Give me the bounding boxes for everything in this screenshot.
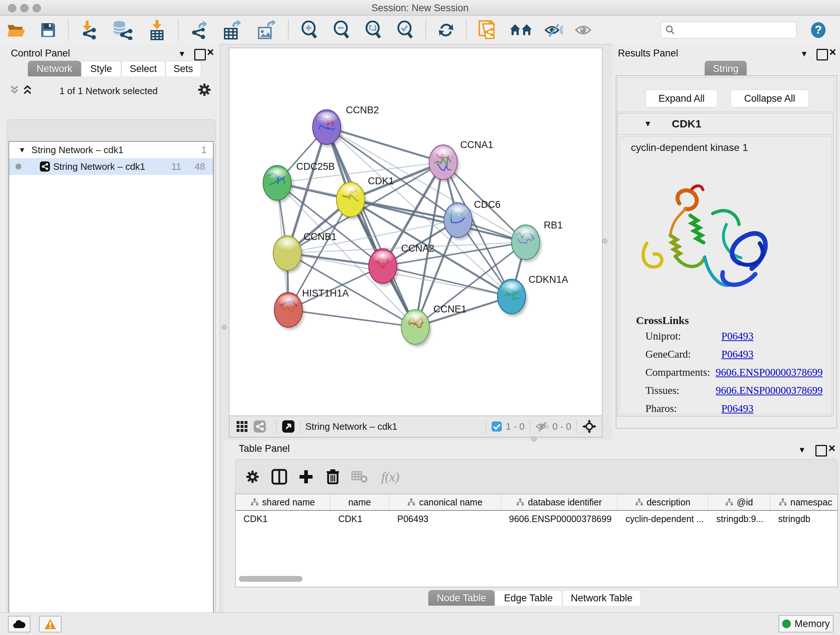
zoom-selected-button[interactable]: [389, 19, 421, 41]
tab-sets[interactable]: Sets: [165, 61, 201, 76]
network-node-RB1[interactable]: RB1: [512, 220, 563, 262]
collapse-all-networks-icon[interactable]: [10, 85, 22, 95]
collection-name: String Network – cdk1: [32, 144, 123, 156]
control-panel-close-icon[interactable]: ×: [207, 47, 214, 57]
zoom-out-button[interactable]: [325, 19, 357, 41]
cdk1-result-card: ▼ CDK1 cyclin-dependent kinase 1 CrossL: [617, 113, 834, 416]
open-session-button[interactable]: [0, 19, 33, 41]
tab-node-table[interactable]: Node Table: [428, 590, 494, 606]
import-table-file-button[interactable]: [141, 19, 174, 41]
results-panel-float-icon[interactable]: [816, 49, 828, 60]
table-row[interactable]: CDK1CDK1P064939606.ENSP00000378699cyclin…: [235, 511, 837, 524]
network-node-CDKN1A[interactable]: CDKN1A: [497, 274, 568, 317]
hide-unselected-button[interactable]: [538, 19, 569, 41]
zoom-in-button[interactable]: [293, 19, 325, 41]
expand-all-networks-icon[interactable]: [23, 85, 35, 95]
network-row-selected[interactable]: String Network – cdk1 11 48: [9, 158, 213, 175]
crosslink-value-link[interactable]: 9606.ENSP00000378699: [715, 366, 823, 378]
houses-icon: [509, 22, 532, 38]
warning-status-button[interactable]: [39, 616, 62, 632]
create-column-button[interactable]: [293, 465, 319, 488]
network-svg[interactable]: CCNB2CCNA1CDC25BCDK1CDC6RB1CCNB1CCNA2CDK…: [229, 48, 601, 415]
left-splitter-handle[interactable]: [222, 325, 227, 330]
table-panel-collapse-icon[interactable]: ▼: [798, 446, 806, 454]
tab-network-table[interactable]: Network Table: [562, 590, 641, 606]
column-header-database-identifier[interactable]: database identifier: [501, 494, 617, 510]
network-node-HIST1H1A[interactable]: HIST1H1A: [274, 288, 349, 330]
tab-select[interactable]: Select: [121, 61, 165, 76]
memory-button[interactable]: Memory: [778, 615, 834, 632]
tab-edge-table[interactable]: Edge Table: [494, 590, 562, 606]
save-session-button[interactable]: [33, 19, 64, 41]
result-card-header[interactable]: ▼ CDK1: [617, 113, 833, 135]
result-card-expander-icon[interactable]: ▼: [644, 120, 652, 128]
crosslink-value-link[interactable]: 9606.ENSP00000378699: [715, 385, 823, 396]
cloud-status-button[interactable]: [8, 616, 30, 632]
hidden-eye-slash-icon[interactable]: [535, 421, 549, 432]
detach-view-icon[interactable]: [282, 420, 295, 433]
show-all-button[interactable]: [569, 19, 599, 41]
network-options-gear-icon[interactable]: [197, 82, 212, 97]
right-splitter-handle[interactable]: [602, 239, 607, 244]
string-import-button[interactable]: [471, 19, 504, 41]
crosslink-value-link[interactable]: P06493: [722, 330, 753, 342]
control-panel-float-icon[interactable]: [194, 49, 206, 60]
export-image-button[interactable]: [249, 19, 284, 41]
grid-view-icon[interactable]: [236, 420, 248, 432]
birds-eye-pan-icon[interactable]: [582, 419, 597, 434]
export-table-button[interactable]: [215, 19, 249, 41]
column-header-description[interactable]: description: [617, 494, 708, 510]
network-view-icon[interactable]: [253, 420, 266, 433]
import-network-database-button[interactable]: [104, 19, 141, 41]
tab-style[interactable]: Style: [81, 61, 121, 76]
table-cell[interactable]: stringdb:9...: [708, 511, 770, 524]
tree-expander-icon[interactable]: ▼: [19, 146, 26, 154]
table-cell[interactable]: CDK1: [330, 511, 389, 524]
table-panel-close-icon[interactable]: ×: [829, 443, 835, 453]
network-node-CCNA1[interactable]: CCNA1: [429, 139, 493, 182]
tab-network[interactable]: Network: [28, 61, 81, 76]
shared-column-icon: [635, 498, 643, 506]
plus-icon: [299, 470, 313, 484]
import-network-file-button[interactable]: [73, 19, 104, 41]
control-panel-collapse-icon[interactable]: ▼: [178, 50, 186, 58]
refresh-view-button[interactable]: [431, 19, 462, 41]
search-input[interactable]: [677, 23, 830, 36]
network-collection-row[interactable]: ▼ String Network – cdk1 1: [9, 141, 213, 158]
collapse-all-button[interactable]: Collapse All: [730, 89, 809, 108]
table-panel-float-icon[interactable]: [815, 445, 827, 456]
network-node-CCNE1[interactable]: CCNE1: [401, 304, 467, 347]
column-header--id[interactable]: @id: [708, 494, 770, 510]
table-cell[interactable]: cyclin-dependent ...: [617, 511, 708, 524]
table-cell[interactable]: CDK1: [235, 511, 330, 524]
control-panel: Control Panel ▼ × NetworkStyleSelectSets…: [0, 44, 220, 613]
tab-string[interactable]: String: [705, 61, 747, 76]
table-cell[interactable]: P06493: [389, 511, 501, 524]
export-network-icon: [190, 20, 208, 40]
column-header-shared-name[interactable]: shared name: [235, 494, 330, 510]
bottom-splitter-handle[interactable]: [531, 437, 537, 442]
results-panel-close-icon[interactable]: ×: [829, 47, 836, 57]
refresh-icon: [437, 21, 455, 39]
zoom-fit-button[interactable]: [357, 19, 389, 41]
table-cell[interactable]: 9606.ENSP00000378699: [501, 511, 617, 524]
column-header-name[interactable]: name: [330, 494, 389, 510]
crosslink-value-link[interactable]: P06493: [722, 402, 753, 415]
delete-column-button[interactable]: [319, 465, 346, 488]
selected-checkbox-icon[interactable]: [491, 421, 502, 432]
eye-icon: [575, 22, 593, 38]
expand-all-button[interactable]: Expand All: [645, 89, 718, 108]
crosslink-value-link[interactable]: P06493: [722, 348, 753, 360]
network-canvas[interactable]: CCNB2CCNA1CDC25BCDK1CDC6RB1CCNB1CCNA2CDK…: [229, 48, 602, 416]
column-header-canonical-name[interactable]: canonical name: [389, 494, 501, 510]
column-header-namespac[interactable]: namespac: [770, 494, 838, 510]
scrollbar-thumb[interactable]: [239, 576, 302, 582]
show-columns-button[interactable]: [266, 465, 293, 488]
node-label-CDKN1A: CDKN1A: [529, 274, 568, 285]
table-options-button[interactable]: [239, 465, 266, 488]
table-cell[interactable]: stringdb: [770, 511, 838, 524]
string-home-button[interactable]: [504, 19, 538, 41]
export-network-button[interactable]: [183, 19, 215, 41]
network-node-CDC25B[interactable]: CDC25B: [263, 161, 335, 203]
results-panel-collapse-icon[interactable]: ▼: [800, 50, 808, 58]
